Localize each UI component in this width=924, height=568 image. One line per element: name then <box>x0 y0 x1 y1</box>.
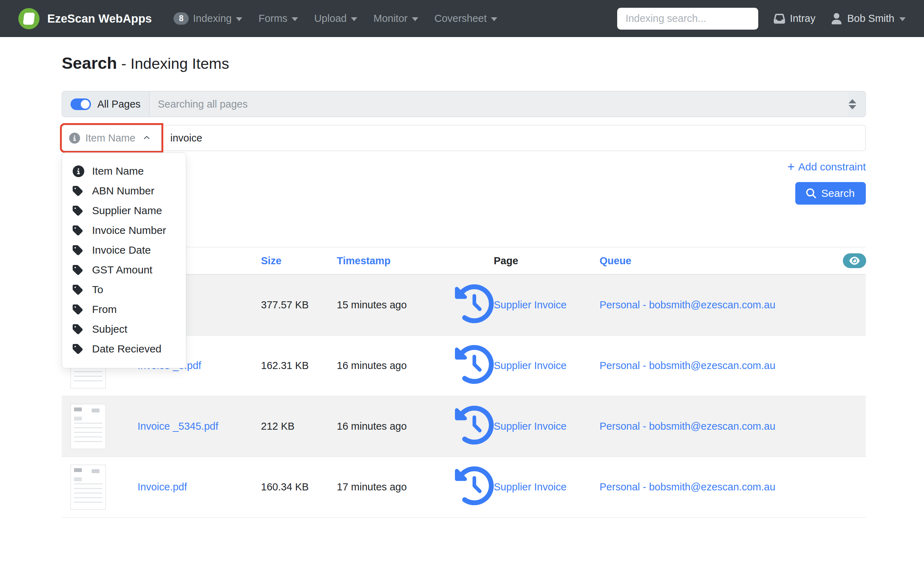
queue-link[interactable]: Personal - bobsmith@ezescan.com.au <box>600 420 776 432</box>
chevron-down-icon <box>351 17 357 21</box>
dropdown-item-label: Subject <box>92 323 127 335</box>
tag-icon <box>72 185 84 197</box>
intray-button[interactable]: Intray <box>774 13 816 24</box>
tag-icon <box>72 205 84 217</box>
page-title-primary: Search <box>62 54 117 73</box>
history-icon[interactable] <box>455 375 494 386</box>
column-header-timestamp[interactable]: Timestamp <box>337 255 455 267</box>
dropdown-item-to[interactable]: To <box>62 280 186 299</box>
document-thumbnail[interactable] <box>71 465 106 510</box>
dropdown-item-label: Supplier Name <box>92 205 162 217</box>
all-pages-filter-group: All Pages <box>62 91 866 117</box>
page-link[interactable]: Supplier Invoice <box>494 420 567 432</box>
file-timestamp: 17 minutes ago <box>337 481 455 493</box>
chevron-down-icon <box>236 17 242 21</box>
sort-toggle-icon[interactable] <box>849 99 856 109</box>
history-icon[interactable] <box>455 314 494 325</box>
nav-menu-indexing-label: Indexing <box>193 13 232 24</box>
query-filter-wrap: Item Name Item Name ABN Number Supplier … <box>62 125 866 151</box>
file-name-link[interactable]: Invoice.pdf <box>137 481 187 492</box>
query-filter-group: Item Name <box>62 125 866 151</box>
page-link[interactable]: Supplier Invoice <box>494 360 567 371</box>
tag-icon <box>72 245 84 256</box>
nav-menu-forms[interactable]: Forms <box>259 13 298 24</box>
info-circle-icon <box>72 165 84 177</box>
user-name-label: Bob Smith <box>847 13 894 24</box>
dropdown-item-label: GST Amount <box>92 264 152 276</box>
query-input[interactable] <box>161 125 866 151</box>
file-timestamp: 16 minutes ago <box>337 420 455 432</box>
brand-title: EzeScan WebApps <box>47 12 152 26</box>
page-link[interactable]: Supplier Invoice <box>494 481 567 492</box>
queue-link[interactable]: Personal - bobsmith@ezescan.com.au <box>600 299 776 310</box>
queue-link[interactable]: Personal - bobsmith@ezescan.com.au <box>600 360 776 371</box>
history-icon[interactable] <box>455 435 494 447</box>
dropdown-item-from[interactable]: From <box>62 299 186 319</box>
dropdown-item-label: ABN Number <box>92 185 154 197</box>
magnifier-icon <box>806 188 816 198</box>
file-name-link[interactable]: Invoice _5345.pdf <box>137 420 218 432</box>
search-button-label: Search <box>821 187 855 199</box>
column-header-queue[interactable]: Queue <box>600 255 843 267</box>
document-thumbnail[interactable] <box>71 404 106 449</box>
dropdown-item-label: To <box>92 284 103 296</box>
column-header-page: Page <box>494 255 600 267</box>
file-timestamp: 16 minutes ago <box>337 360 455 372</box>
page-title-secondary: - Indexing Items <box>117 55 229 72</box>
indexing-search-input[interactable] <box>617 8 758 30</box>
nav-menu-coversheet[interactable]: Coversheet <box>434 13 497 24</box>
intray-label: Intray <box>790 13 816 24</box>
user-menu[interactable]: Bob Smith <box>831 13 906 24</box>
main-content: Search - Indexing Items ems All Pages It… <box>0 37 924 518</box>
nav-menu-monitor[interactable]: Monitor <box>374 13 418 24</box>
dropdown-item-abn-number[interactable]: ABN Number <box>62 181 186 201</box>
dropdown-item-invoice-date[interactable]: Invoice Date <box>62 240 186 260</box>
all-pages-prepend: All Pages <box>62 91 149 117</box>
tag-icon <box>72 284 84 296</box>
dropdown-item-date-recieved[interactable]: Date Recieved <box>62 339 186 359</box>
dropdown-item-label: Date Recieved <box>92 343 161 355</box>
top-navbar: EzeScan WebApps 8 Indexing Forms Upload … <box>0 0 924 37</box>
tag-icon <box>72 323 84 335</box>
inbox-icon <box>774 13 785 24</box>
user-icon <box>831 13 842 24</box>
field-dropdown-menu: Item Name ABN Number Supplier Name Invoi… <box>62 153 186 368</box>
column-header-size[interactable]: Size <box>261 255 337 267</box>
dropdown-item-label: Invoice Date <box>92 244 151 256</box>
nav-menu-indexing[interactable]: 8 Indexing <box>173 12 242 25</box>
all-pages-label: All Pages <box>97 98 141 110</box>
history-icon[interactable] <box>455 496 494 507</box>
file-timestamp: 15 minutes ago <box>337 299 455 311</box>
info-circle-icon <box>69 133 80 144</box>
all-pages-toggle[interactable] <box>71 98 91 110</box>
all-pages-search-input[interactable] <box>149 91 849 117</box>
tag-icon <box>72 264 84 276</box>
queue-link[interactable]: Personal - bobsmith@ezescan.com.au <box>600 481 776 492</box>
page-link[interactable]: Supplier Invoice <box>494 299 567 310</box>
nav-menu-forms-label: Forms <box>259 13 288 24</box>
search-button[interactable]: Search <box>795 182 866 205</box>
table-row: Invoice.pdf 160.34 KB 17 minutes ago Sup… <box>62 457 866 518</box>
tag-icon <box>72 343 84 355</box>
dropdown-item-supplier-name[interactable]: Supplier Name <box>62 201 186 221</box>
page-title: Search - Indexing Items <box>62 53 866 73</box>
field-selector-button[interactable]: Item Name <box>62 125 161 151</box>
table-row: Invoice _5345.pdf 212 KB 16 minutes ago … <box>62 396 866 457</box>
nav-menu-coversheet-label: Coversheet <box>434 13 487 24</box>
dropdown-item-item-name[interactable]: Item Name <box>62 161 186 181</box>
chevron-up-icon <box>142 135 151 141</box>
dropdown-item-label: Invoice Number <box>92 224 166 236</box>
dropdown-item-gst-amount[interactable]: GST Amount <box>62 260 186 280</box>
dropdown-item-invoice-number[interactable]: Invoice Number <box>62 221 186 240</box>
file-size: 212 KB <box>261 420 337 432</box>
plus-icon: + <box>787 160 794 173</box>
file-size: 377.57 KB <box>261 299 337 311</box>
tag-icon <box>72 304 84 316</box>
nav-menu-upload-label: Upload <box>314 13 347 24</box>
nav-menu-upload[interactable]: Upload <box>314 13 357 24</box>
indexing-count-badge: 8 <box>173 12 189 25</box>
toggle-visibility-button[interactable] <box>843 253 866 268</box>
dropdown-item-subject[interactable]: Subject <box>62 319 186 339</box>
add-constraint-link[interactable]: + Add constraint <box>787 160 866 173</box>
dropdown-item-label: Item Name <box>92 165 144 177</box>
